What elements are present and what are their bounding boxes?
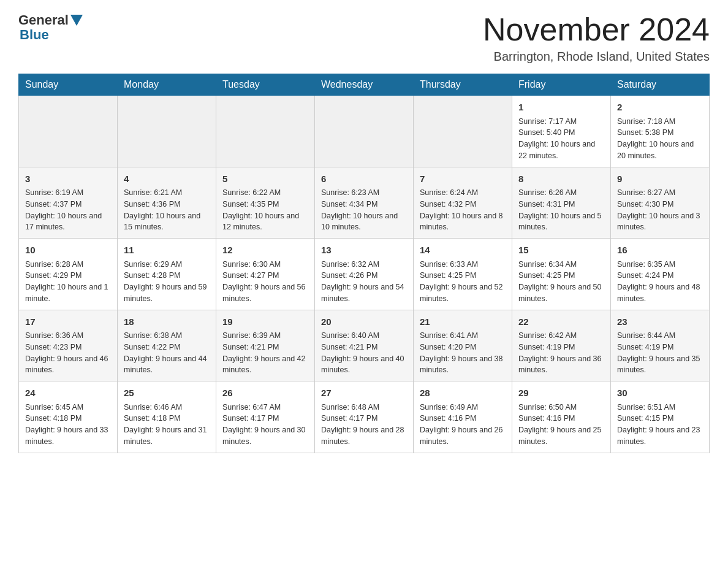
calendar-cell: 16Sunrise: 6:35 AM Sunset: 4:24 PM Dayli… [611,239,710,310]
day-number: 23 [617,315,703,329]
day-info: Sunrise: 6:40 AM Sunset: 4:21 PM Dayligh… [321,330,407,376]
day-info: Sunrise: 6:30 AM Sunset: 4:27 PM Dayligh… [222,259,308,305]
day-info: Sunrise: 6:44 AM Sunset: 4:19 PM Dayligh… [617,330,703,376]
calendar-cell: 13Sunrise: 6:32 AM Sunset: 4:26 PM Dayli… [315,239,414,310]
day-number: 29 [518,386,604,400]
calendar-cell: 7Sunrise: 6:24 AM Sunset: 4:32 PM Daylig… [414,167,512,239]
calendar-week-row: 1Sunrise: 7:17 AM Sunset: 5:40 PM Daylig… [19,96,710,167]
calendar-header-saturday: Saturday [611,74,710,96]
day-number: 30 [617,386,703,400]
day-info: Sunrise: 6:32 AM Sunset: 4:26 PM Dayligh… [321,259,407,305]
day-info: Sunrise: 6:26 AM Sunset: 4:31 PM Dayligh… [518,187,604,233]
calendar-cell [315,96,414,167]
calendar-cell: 11Sunrise: 6:29 AM Sunset: 4:28 PM Dayli… [118,239,216,310]
day-number: 8 [518,172,604,186]
calendar-header-thursday: Thursday [414,74,512,96]
day-number: 14 [420,243,506,258]
day-number: 25 [124,386,210,400]
calendar-cell: 20Sunrise: 6:40 AM Sunset: 4:21 PM Dayli… [315,310,414,381]
calendar-cell: 26Sunrise: 6:47 AM Sunset: 4:17 PM Dayli… [216,381,315,453]
day-number: 10 [25,243,111,258]
day-number: 4 [124,172,210,186]
title-block: November 2024 Barrington, Rhode Island, … [483,12,710,64]
calendar-week-row: 24Sunrise: 6:45 AM Sunset: 4:18 PM Dayli… [19,381,710,453]
day-info: Sunrise: 6:49 AM Sunset: 4:16 PM Dayligh… [420,402,506,448]
calendar-week-row: 17Sunrise: 6:36 AM Sunset: 4:23 PM Dayli… [19,310,710,381]
day-number: 20 [321,315,407,329]
day-info: Sunrise: 6:33 AM Sunset: 4:25 PM Dayligh… [420,259,506,305]
day-number: 2 [617,101,703,115]
day-number: 7 [420,172,506,186]
calendar-cell: 9Sunrise: 6:27 AM Sunset: 4:30 PM Daylig… [611,167,710,239]
day-info: Sunrise: 7:18 AM Sunset: 5:38 PM Dayligh… [617,116,703,162]
calendar-header-row: SundayMondayTuesdayWednesdayThursdayFrid… [19,74,710,96]
day-number: 15 [518,243,604,258]
day-info: Sunrise: 6:45 AM Sunset: 4:18 PM Dayligh… [25,402,111,448]
day-info: Sunrise: 6:22 AM Sunset: 4:35 PM Dayligh… [222,187,308,233]
day-number: 16 [617,243,703,258]
calendar-header-sunday: Sunday [19,74,118,96]
calendar-cell: 19Sunrise: 6:39 AM Sunset: 4:21 PM Dayli… [216,310,315,381]
month-title: November 2024 [483,12,710,47]
calendar-week-row: 3Sunrise: 6:19 AM Sunset: 4:37 PM Daylig… [19,167,710,239]
calendar-cell: 23Sunrise: 6:44 AM Sunset: 4:19 PM Dayli… [611,310,710,381]
day-number: 5 [222,172,308,186]
calendar-cell: 25Sunrise: 6:46 AM Sunset: 4:18 PM Dayli… [118,381,216,453]
day-number: 6 [321,172,407,186]
day-info: Sunrise: 6:47 AM Sunset: 4:17 PM Dayligh… [222,402,308,448]
day-info: Sunrise: 6:24 AM Sunset: 4:32 PM Dayligh… [420,187,506,233]
day-info: Sunrise: 6:21 AM Sunset: 4:36 PM Dayligh… [124,187,210,233]
calendar-cell: 17Sunrise: 6:36 AM Sunset: 4:23 PM Dayli… [19,310,118,381]
calendar-header-friday: Friday [512,74,611,96]
day-info: Sunrise: 6:27 AM Sunset: 4:30 PM Dayligh… [617,187,703,233]
day-info: Sunrise: 6:28 AM Sunset: 4:29 PM Dayligh… [25,259,111,305]
calendar-cell: 27Sunrise: 6:48 AM Sunset: 4:17 PM Dayli… [315,381,414,453]
day-info: Sunrise: 6:38 AM Sunset: 4:22 PM Dayligh… [124,330,210,376]
day-number: 9 [617,172,703,186]
day-number: 27 [321,386,407,400]
calendar-cell: 6Sunrise: 6:23 AM Sunset: 4:34 PM Daylig… [315,167,414,239]
day-info: Sunrise: 6:50 AM Sunset: 4:16 PM Dayligh… [518,402,604,448]
calendar-cell: 8Sunrise: 6:26 AM Sunset: 4:31 PM Daylig… [512,167,611,239]
day-number: 22 [518,315,604,329]
day-info: Sunrise: 6:36 AM Sunset: 4:23 PM Dayligh… [25,330,111,376]
calendar-cell: 28Sunrise: 6:49 AM Sunset: 4:16 PM Dayli… [414,381,512,453]
logo-arrow-icon [70,15,83,26]
day-info: Sunrise: 6:39 AM Sunset: 4:21 PM Dayligh… [222,330,308,376]
day-info: Sunrise: 7:17 AM Sunset: 5:40 PM Dayligh… [518,116,604,162]
calendar-header-monday: Monday [118,74,216,96]
day-number: 11 [124,243,210,258]
calendar-cell [216,96,315,167]
calendar-cell: 4Sunrise: 6:21 AM Sunset: 4:36 PM Daylig… [118,167,216,239]
calendar-cell [19,96,118,167]
day-info: Sunrise: 6:41 AM Sunset: 4:20 PM Dayligh… [420,330,506,376]
day-info: Sunrise: 6:19 AM Sunset: 4:37 PM Dayligh… [25,187,111,233]
day-info: Sunrise: 6:34 AM Sunset: 4:25 PM Dayligh… [518,259,604,305]
calendar-cell: 22Sunrise: 6:42 AM Sunset: 4:19 PM Dayli… [512,310,611,381]
day-number: 3 [25,172,111,186]
calendar-week-row: 10Sunrise: 6:28 AM Sunset: 4:29 PM Dayli… [19,239,710,310]
calendar-cell: 30Sunrise: 6:51 AM Sunset: 4:15 PM Dayli… [611,381,710,453]
calendar-cell: 3Sunrise: 6:19 AM Sunset: 4:37 PM Daylig… [19,167,118,239]
logo: General Blue [18,12,83,43]
day-info: Sunrise: 6:48 AM Sunset: 4:17 PM Dayligh… [321,402,407,448]
day-info: Sunrise: 6:51 AM Sunset: 4:15 PM Dayligh… [617,402,703,448]
day-number: 13 [321,243,407,258]
day-number: 17 [25,315,111,329]
calendar-cell: 5Sunrise: 6:22 AM Sunset: 4:35 PM Daylig… [216,167,315,239]
day-info: Sunrise: 6:42 AM Sunset: 4:19 PM Dayligh… [518,330,604,376]
calendar-cell: 14Sunrise: 6:33 AM Sunset: 4:25 PM Dayli… [414,239,512,310]
location-subtitle: Barrington, Rhode Island, United States [483,50,710,64]
calendar-cell: 12Sunrise: 6:30 AM Sunset: 4:27 PM Dayli… [216,239,315,310]
day-number: 21 [420,315,506,329]
logo-general-text: General [18,12,69,28]
calendar-cell: 2Sunrise: 7:18 AM Sunset: 5:38 PM Daylig… [611,96,710,167]
day-info: Sunrise: 6:29 AM Sunset: 4:28 PM Dayligh… [124,259,210,305]
calendar-cell: 29Sunrise: 6:50 AM Sunset: 4:16 PM Dayli… [512,381,611,453]
day-number: 19 [222,315,308,329]
calendar-cell: 24Sunrise: 6:45 AM Sunset: 4:18 PM Dayli… [19,381,118,453]
day-info: Sunrise: 6:35 AM Sunset: 4:24 PM Dayligh… [617,259,703,305]
calendar-cell: 18Sunrise: 6:38 AM Sunset: 4:22 PM Dayli… [118,310,216,381]
calendar-cell: 15Sunrise: 6:34 AM Sunset: 4:25 PM Dayli… [512,239,611,310]
calendar-cell: 10Sunrise: 6:28 AM Sunset: 4:29 PM Dayli… [19,239,118,310]
